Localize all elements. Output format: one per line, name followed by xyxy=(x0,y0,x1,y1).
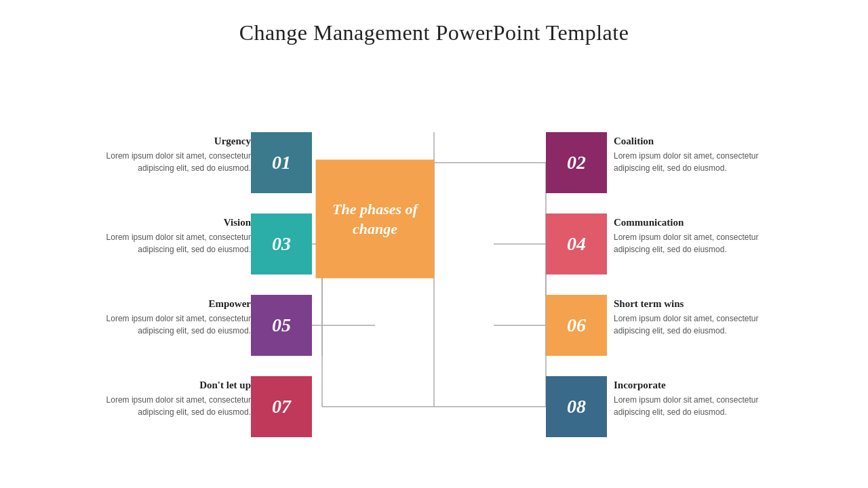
box-04-label: 04 xyxy=(567,233,586,255)
text-dont-let-up: Don't let up Lorem ipsum dolor sit amet,… xyxy=(95,380,251,418)
box-07-label: 07 xyxy=(272,396,291,418)
box-02: 02 xyxy=(546,132,607,193)
text-short-term: Short term wins Lorem ipsum dolor sit am… xyxy=(614,298,770,337)
box-06-label: 06 xyxy=(567,314,586,336)
box-04: 04 xyxy=(546,214,607,274)
urgency-title: Urgency xyxy=(95,136,251,147)
box-01: 01 xyxy=(251,132,312,193)
communication-title: Communication xyxy=(614,217,770,228)
box-07: 07 xyxy=(251,376,312,437)
text-urgency: Urgency Lorem ipsum dolor sit amet, cons… xyxy=(95,136,251,174)
short-term-title: Short term wins xyxy=(614,298,770,310)
box-05: 05 xyxy=(251,295,312,356)
communication-body: Lorem ipsum dolor sit amet, consectetur … xyxy=(614,231,770,256)
box-08-label: 08 xyxy=(567,396,586,418)
diagram-area: The phases of change 01 Urgency Lorem ip… xyxy=(0,68,868,488)
urgency-body: Lorem ipsum dolor sit amet, consectetur … xyxy=(95,150,251,174)
vision-body: Lorem ipsum dolor sit amet, consectetur … xyxy=(95,231,251,256)
text-communication: Communication Lorem ipsum dolor sit amet… xyxy=(614,217,770,256)
page-title: Change Management PowerPoint Template xyxy=(0,0,868,45)
vision-title: Vision xyxy=(95,217,251,228)
coalition-title: Coalition xyxy=(614,136,770,147)
box-06: 06 xyxy=(546,295,607,356)
text-empower: Empower Lorem ipsum dolor sit amet, cons… xyxy=(95,298,251,337)
short-term-body: Lorem ipsum dolor sit amet, consectetur … xyxy=(614,312,770,337)
dont-let-up-title: Don't let up xyxy=(95,380,251,391)
box-05-label: 05 xyxy=(272,314,291,336)
incorporate-title: Incorporate xyxy=(614,380,770,391)
box-03: 03 xyxy=(251,214,312,274)
box-02-label: 02 xyxy=(567,152,586,174)
dont-let-up-body: Lorem ipsum dolor sit amet, consectetur … xyxy=(95,394,251,418)
box-01-label: 01 xyxy=(272,152,291,174)
box-03-label: 03 xyxy=(272,233,291,255)
incorporate-body: Lorem ipsum dolor sit amet, consectetur … xyxy=(614,394,770,418)
text-incorporate: Incorporate Lorem ipsum dolor sit amet, … xyxy=(614,380,770,418)
text-coalition: Coalition Lorem ipsum dolor sit amet, co… xyxy=(614,136,770,174)
center-box-label: The phases of change xyxy=(316,199,435,238)
empower-body: Lorem ipsum dolor sit amet, consectetur … xyxy=(95,312,251,337)
empower-title: Empower xyxy=(95,298,251,310)
text-vision: Vision Lorem ipsum dolor sit amet, conse… xyxy=(95,217,251,256)
center-box: The phases of change xyxy=(316,160,435,279)
box-08: 08 xyxy=(546,376,607,437)
coalition-body: Lorem ipsum dolor sit amet, consectetur … xyxy=(614,150,770,174)
